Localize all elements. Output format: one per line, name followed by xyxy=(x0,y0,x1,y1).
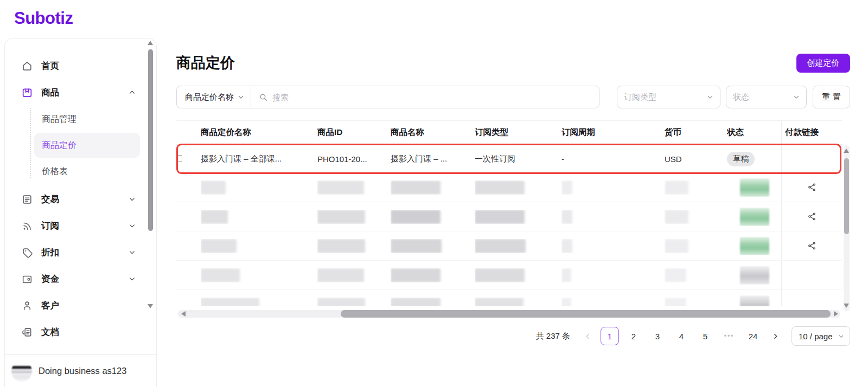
cell-status xyxy=(727,237,781,255)
pagination-total: 共 237 条 xyxy=(536,331,570,341)
sidebar-item-0[interactable]: 首页 xyxy=(5,53,149,79)
list-icon xyxy=(21,194,33,205)
cell-status xyxy=(727,178,781,197)
chevron-down-icon xyxy=(129,275,136,282)
account-switcher[interactable]: Doing business as123 xyxy=(5,354,156,387)
search-box xyxy=(251,86,599,108)
redacted-cell xyxy=(665,239,727,253)
horizontal-scrollbar-track[interactable] xyxy=(178,310,840,318)
chevron-down-icon xyxy=(707,94,713,100)
redacted-cell xyxy=(201,180,317,195)
horizontal-scrollbar-thumb[interactable] xyxy=(341,310,831,318)
sidebar-subitem-0[interactable]: 商品管理 xyxy=(34,107,140,132)
person-icon xyxy=(21,300,33,312)
sidebar-item-3[interactable]: 订阅 xyxy=(5,212,149,239)
sidebar-item-6[interactable]: 客户 xyxy=(5,292,149,319)
column-header-7: 付款链接 xyxy=(781,121,842,144)
table-row-redacted-3[interactable] xyxy=(176,261,842,290)
table-row-redacted-2[interactable] xyxy=(176,231,842,261)
redacted-cell xyxy=(201,268,317,282)
reset-button[interactable]: 重置 xyxy=(813,86,850,108)
sidebar-item-7[interactable]: 文档 xyxy=(5,319,149,345)
share-icon[interactable] xyxy=(807,241,816,250)
table-row-redacted-1[interactable] xyxy=(176,202,842,231)
sidebar-item-label: 折扣 xyxy=(41,247,59,259)
vertical-scrollbar-thumb[interactable] xyxy=(844,158,849,234)
scroll-down-icon[interactable] xyxy=(148,304,153,308)
redacted-cell xyxy=(317,239,391,253)
page-button-5[interactable]: 5 xyxy=(696,327,714,345)
redacted-cell xyxy=(475,180,561,195)
redacted-cell xyxy=(317,210,391,224)
redacted-cell xyxy=(391,239,475,253)
handle-icon xyxy=(177,155,182,162)
prev-page-button[interactable] xyxy=(580,327,595,345)
redacted-cell xyxy=(317,180,391,195)
page-button-24[interactable]: 24 xyxy=(744,327,762,345)
pagination-pages: 12345•••24 xyxy=(601,327,762,345)
scroll-right-icon[interactable] xyxy=(834,311,838,317)
horizontal-scrollbar[interactable] xyxy=(176,306,842,321)
sidebar-item-4[interactable]: 折扣 xyxy=(5,239,149,266)
page-button-4[interactable]: 4 xyxy=(672,327,691,345)
row-drag-handle[interactable] xyxy=(176,154,201,164)
table-row-highlighted[interactable]: 摄影入门课 – 全部课...PHO101-20...摄影入门课 – ...一次性… xyxy=(176,145,842,173)
sidebar-subitem-1[interactable]: 商品定价 xyxy=(34,133,140,158)
sidebar-submenu: 商品管理商品定价价格表 xyxy=(5,107,149,184)
column-header-3: 订阅类型 xyxy=(475,127,561,138)
sidebar-scrollbar-thumb[interactable] xyxy=(148,49,153,231)
sidebar-item-label: 订阅 xyxy=(41,220,59,232)
chevron-down-icon xyxy=(238,94,244,100)
next-page-button[interactable] xyxy=(768,327,783,345)
status-badge-redacted xyxy=(740,266,769,285)
redacted-cell xyxy=(665,180,727,195)
redacted-cell xyxy=(665,210,727,224)
search-input[interactable] xyxy=(272,93,544,102)
column-header-4: 订阅周期 xyxy=(561,127,665,138)
page-button-1[interactable]: 1 xyxy=(601,327,619,345)
sidebar-item-label: 客户 xyxy=(41,300,59,312)
search-icon xyxy=(259,93,268,102)
cell-status: 草稿 xyxy=(727,152,781,166)
sidebar-scrollbar[interactable] xyxy=(148,41,154,312)
subscription-type-select[interactable]: 订阅类型 xyxy=(617,86,720,108)
scroll-left-icon[interactable] xyxy=(181,311,186,317)
redacted-cell xyxy=(561,180,665,195)
cell-product-id: PHO101-20... xyxy=(317,154,391,164)
brand-logo: Subotiz xyxy=(14,9,73,28)
share-icon[interactable] xyxy=(807,183,816,192)
search-field-selector[interactable]: 商品定价名称 xyxy=(177,86,251,108)
submenu-guide-line xyxy=(30,108,31,178)
redacted-cell xyxy=(561,239,665,253)
create-pricing-button[interactable]: 创建定价 xyxy=(796,54,850,73)
status-placeholder: 状态 xyxy=(733,92,749,102)
sidebar-item-label: 文档 xyxy=(41,326,59,338)
scroll-up-icon[interactable] xyxy=(148,41,153,45)
sidebar-item-2[interactable]: 交易 xyxy=(5,186,149,212)
status-select[interactable]: 状态 xyxy=(726,86,807,108)
share-icon[interactable] xyxy=(807,212,816,221)
column-header-5: 货币 xyxy=(665,127,727,138)
page-button-3[interactable]: 3 xyxy=(648,327,667,345)
subscription-type-placeholder: 订阅类型 xyxy=(624,92,656,102)
redacted-cell xyxy=(201,210,317,224)
account-name: Doing business as123 xyxy=(39,366,126,376)
chevron-down-icon xyxy=(793,94,800,100)
redacted-cell xyxy=(475,268,561,282)
redacted-cell xyxy=(561,268,665,282)
sidebar-item-5[interactable]: 资金 xyxy=(5,266,149,292)
page-button-2[interactable]: 2 xyxy=(624,327,643,345)
redacted-cell xyxy=(475,239,561,253)
scroll-down-icon[interactable] xyxy=(844,304,849,308)
chevron-down-icon xyxy=(129,249,136,256)
redacted-cell xyxy=(475,210,561,224)
table-row-redacted-0[interactable] xyxy=(176,173,842,202)
cell-subscription-type: 一次性订阅 xyxy=(475,154,561,164)
cell-product-name: 摄影入门课 – ... xyxy=(391,154,475,164)
page-size-select[interactable]: 10 / page xyxy=(792,326,850,346)
redacted-cell xyxy=(317,268,391,282)
vertical-scrollbar[interactable] xyxy=(844,145,850,311)
top-bar: Subotiz xyxy=(0,0,868,38)
scroll-up-icon[interactable] xyxy=(844,149,849,153)
sidebar-subitem-2[interactable]: 价格表 xyxy=(34,159,140,184)
